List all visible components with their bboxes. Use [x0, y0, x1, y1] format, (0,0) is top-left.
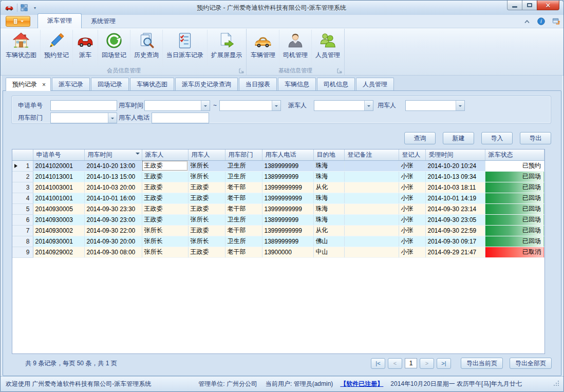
cell-use-time[interactable]: 2014-10-01 16:00: [84, 193, 142, 203]
pager-page-input[interactable]: [405, 358, 417, 368]
cell-department[interactable]: 卫生所: [225, 160, 262, 171]
cell-dispatcher[interactable]: 张所长: [142, 236, 188, 247]
cell-user[interactable]: 王政委: [188, 193, 225, 203]
row-indicator-cell[interactable]: 5: [12, 203, 33, 214]
cell-order-no[interactable]: 20141001001: [33, 193, 84, 203]
row-indicator-cell[interactable]: 1: [12, 160, 33, 171]
cell-dispatch-status[interactable]: 已回场: [485, 171, 544, 182]
doc-tab[interactable]: 车辆状态图: [130, 78, 174, 90]
cell-remark[interactable]: [344, 236, 399, 247]
cell-destination[interactable]: 佛山: [313, 236, 344, 247]
dropdown-button[interactable]: [201, 101, 210, 110]
table-row[interactable]: 9201409290022014-09-30 08:00张所长王政委老干部139…: [12, 247, 544, 257]
cell-user[interactable]: 张所长: [188, 171, 225, 182]
cell-order-no[interactable]: 20140930001: [33, 236, 84, 247]
order-no-input[interactable]: [50, 100, 117, 111]
cell-phone[interactable]: 1389999999: [262, 214, 313, 225]
cell-dispatch-status[interactable]: 已取消: [485, 247, 544, 257]
department-combo[interactable]: [50, 113, 117, 123]
cell-dispatch-status[interactable]: 已回场: [485, 203, 544, 214]
ribbon-button[interactable]: 预约登记: [41, 30, 73, 66]
cell-registrar[interactable]: 小张: [399, 214, 425, 225]
cell-phone[interactable]: 1389999999: [262, 160, 313, 171]
cell-user[interactable]: 张所长: [188, 160, 225, 171]
cell-user[interactable]: 王政委: [188, 182, 225, 193]
cell-order-no[interactable]: 20140930005: [33, 203, 84, 214]
user-combo[interactable]: [405, 100, 465, 111]
doc-tab[interactable]: 司机信息: [317, 78, 355, 90]
column-header[interactable]: 用车人: [188, 150, 225, 160]
doc-tab[interactable]: 人员管理: [356, 78, 394, 90]
close-button[interactable]: ✕: [537, 1, 559, 10]
cell-dispatcher[interactable]: 王政委: [142, 214, 188, 225]
cell-destination[interactable]: 从化: [313, 225, 344, 236]
cell-remark[interactable]: [344, 193, 399, 203]
doc-tab[interactable]: 派车记录: [52, 78, 90, 90]
dropdown-button[interactable]: [108, 113, 117, 123]
cell-registrar[interactable]: 小张: [399, 203, 425, 214]
cell-user[interactable]: 王政委: [188, 203, 225, 214]
cell-accept-time[interactable]: 2014-09-30 22:59: [425, 225, 485, 236]
ribbon-button[interactable]: 扩展屏显示: [208, 30, 246, 66]
window-switch-icon[interactable]: [552, 17, 560, 25]
cell-user[interactable]: 张所长: [188, 236, 225, 247]
query-button[interactable]: 查询: [404, 132, 436, 144]
use-time-to-combo[interactable]: [219, 100, 281, 111]
cell-remark[interactable]: [344, 171, 399, 182]
table-row[interactable]: 1201410200012014-10-20 13:00王政委张所长卫生所138…: [12, 160, 544, 171]
cell-department[interactable]: 卫生所: [225, 214, 262, 225]
export-current-page-button[interactable]: 导出当前页: [461, 358, 503, 369]
cell-registrar[interactable]: 小张: [399, 182, 425, 193]
ribbon-button[interactable]: 人员管理: [312, 30, 344, 66]
cell-department[interactable]: 卫生所: [225, 171, 262, 182]
export-all-pages-button[interactable]: 导出全部页: [510, 358, 552, 369]
cell-phone[interactable]: 13999999999: [262, 225, 313, 236]
cell-order-no[interactable]: 20140929002: [33, 247, 84, 257]
column-header[interactable]: 派车状态: [485, 150, 544, 160]
ribbon-button[interactable]: 车辆管理: [247, 30, 279, 66]
cell-phone[interactable]: 13999999999: [262, 182, 313, 193]
table-row[interactable]: 4201410010012014-10-01 16:00王政委王政委老干部139…: [12, 193, 544, 203]
cell-phone[interactable]: 1389999999: [262, 236, 313, 247]
cell-department[interactable]: 老干部: [225, 193, 262, 203]
cell-remark[interactable]: [344, 182, 399, 193]
cell-use-time[interactable]: 2014-10-03 20:00: [84, 182, 142, 193]
cell-registrar[interactable]: 小张: [399, 160, 425, 171]
cell-phone[interactable]: 13900000: [262, 247, 313, 257]
ribbon-button[interactable]: 历史查询: [130, 30, 163, 66]
cell-registrar[interactable]: 小张: [399, 236, 425, 247]
cell-use-time[interactable]: 2014-09-30 23:30: [84, 203, 142, 214]
cell-accept-time[interactable]: 2014-09-30 09:17: [425, 236, 485, 247]
maximize-button[interactable]: [522, 1, 537, 10]
cell-accept-time[interactable]: 2014-09-30 23:05: [425, 214, 485, 225]
cell-dispatcher[interactable]: 张所长: [142, 247, 188, 257]
ribbon-tab-system[interactable]: 系统管理: [82, 14, 125, 28]
row-indicator-cell[interactable]: 6: [12, 214, 33, 225]
doc-tab[interactable]: 派车历史记录查询: [175, 78, 238, 90]
cell-department[interactable]: 老干部: [225, 225, 262, 236]
cell-department[interactable]: 老干部: [225, 247, 262, 257]
ribbon-button[interactable]: 车辆状态图: [2, 30, 41, 66]
column-header[interactable]: 登记备注: [344, 150, 399, 160]
ribbon-tab-dispatch[interactable]: 派车管理: [37, 13, 82, 28]
collapse-ribbon-chevron-icon[interactable]: [524, 19, 530, 24]
cell-use-time[interactable]: 2014-10-13 15:00: [84, 171, 142, 182]
ribbon-button[interactable]: 派车: [73, 30, 98, 66]
cell-use-time[interactable]: 2014-09-30 22:00: [84, 225, 142, 236]
cell-destination[interactable]: 中山: [313, 247, 344, 257]
cell-destination[interactable]: 珠海: [313, 160, 344, 171]
row-indicator-cell[interactable]: 4: [12, 193, 33, 203]
cell-dispatcher[interactable]: 张所长: [142, 225, 188, 236]
cell-remark[interactable]: [344, 160, 399, 171]
dropdown-button[interactable]: [272, 101, 280, 110]
cell-dispatcher[interactable]: 王政委: [142, 182, 188, 193]
cell-use-time[interactable]: 2014-10-20 13:00: [84, 160, 142, 171]
dialog-launcher-icon[interactable]: [239, 68, 244, 73]
cell-dispatch-status[interactable]: 已回场: [485, 193, 544, 203]
cell-phone[interactable]: 13999999999: [262, 203, 313, 214]
ribbon-button[interactable]: 司机管理: [279, 30, 312, 66]
cell-accept-time[interactable]: 2014-10-03 18:11: [425, 182, 485, 193]
cell-use-time[interactable]: 2014-09-30 08:00: [84, 247, 142, 257]
cell-destination[interactable]: 珠海: [313, 214, 344, 225]
use-time-from-combo[interactable]: [144, 100, 210, 111]
